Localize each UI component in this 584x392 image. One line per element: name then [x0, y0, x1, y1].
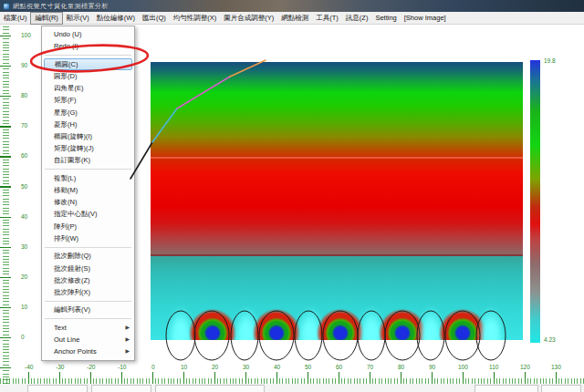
menu-item-rectangle-rotated[interactable]: 矩形(旋轉)(J): [42, 142, 134, 154]
menu-item-edit-list[interactable]: 編輯列表(V): [42, 304, 134, 315]
thermal-image-canvas[interactable]: [151, 62, 523, 340]
ruler-label: 10: [181, 364, 187, 371]
menu-item-batch-mirror[interactable]: 批次鏡射(S): [42, 263, 134, 274]
cyan-dot-blob: [417, 306, 444, 340]
horizontal-ruler: [0, 372, 584, 384]
menubar-item-file[interactable]: 檔案(U): [0, 13, 30, 24]
submenu-arrow-icon: ▶: [125, 346, 130, 357]
rainbow-dot-blob: [189, 309, 236, 340]
menubar-item-info[interactable]: 訊息(Z): [342, 13, 372, 24]
menu-item-label: Text: [54, 324, 67, 332]
ruler-label: 90: [429, 364, 435, 371]
menu-item-circle[interactable]: 圓形(D): [42, 70, 134, 82]
menu-item-ellipse[interactable]: 橢圓(C): [44, 58, 132, 70]
menu-item-label: Anchor Points: [54, 347, 97, 356]
rainbow-dot-blob: [317, 309, 364, 340]
cyan-dot-blob: [167, 306, 194, 340]
menu-item-custom-shape[interactable]: 自訂圖形(K): [42, 154, 134, 166]
colorbar-max-label: 19.8: [544, 57, 556, 65]
ruler-label: 130: [551, 364, 561, 371]
ruler-label: 10: [21, 304, 27, 311]
title-bar: 網點視覺尺寸質化量測標置分析: [0, 0, 584, 12]
ruler-label: 110: [489, 364, 498, 371]
status-cell: [541, 385, 581, 392]
ruler-label: -30: [56, 364, 64, 371]
menu-separator: [45, 318, 131, 319]
status-cell: [155, 385, 265, 392]
status-cell: [91, 385, 151, 392]
menu-item-redo[interactable]: Redo (I): [42, 40, 134, 52]
status-cell: [27, 385, 88, 392]
app-icon: [3, 3, 10, 10]
menubar-item-edit[interactable]: 編輯(R): [30, 12, 62, 25]
cyan-dot-blob: [297, 306, 324, 340]
menubar-item-export[interactable]: 匯出(Q): [139, 13, 170, 24]
menu-item-four-corner-star[interactable]: 四角星(E): [42, 82, 134, 94]
menu-item-move[interactable]: 移動(M): [42, 184, 134, 196]
menu-item-arrange[interactable]: 排列(W): [42, 232, 134, 244]
ruler-label: 80: [21, 92, 27, 99]
menu-item-batch-modify[interactable]: 批次修改(Z): [42, 274, 134, 286]
cyan-dot-blob: [477, 306, 505, 340]
rainbow-dot-blob: [439, 309, 486, 340]
edit-dropdown-menu: Undo (U) Redo (I) 橢圓(C) 圓形(D) 四角星(E) 矩形(…: [41, 26, 135, 361]
menu-separator: [45, 247, 131, 248]
color-scale-bar: [530, 60, 540, 343]
ruler-label: 40: [274, 364, 280, 371]
menu-item-anchor-points[interactable]: Anchor Points▶: [42, 346, 134, 357]
menu-item-star[interactable]: 星形(G): [42, 107, 134, 119]
menubar-item-dot-inspection[interactable]: 網點檢測: [277, 13, 312, 24]
menu-item-batch-array[interactable]: 批次陣列(X): [42, 286, 134, 298]
menu-item-text[interactable]: Text▶: [42, 322, 134, 334]
ruler-label: 60: [336, 364, 342, 371]
cyan-dot-blob: [358, 306, 385, 340]
menu-item-label: Out Line: [54, 335, 79, 344]
ruler-label: 80: [398, 364, 404, 371]
menu-separator: [45, 55, 131, 56]
menu-separator: [45, 301, 131, 302]
menubar-item-tools[interactable]: 工具(T): [312, 13, 342, 24]
ruler-label: 100: [21, 32, 31, 39]
cyan-dot-blob: [233, 306, 260, 340]
submenu-arrow-icon: ▶: [125, 322, 130, 334]
ruler-label: 0: [21, 334, 25, 341]
ruler-label: 120: [520, 364, 530, 371]
menu-item-array[interactable]: 陣列(P): [42, 221, 134, 232]
ruler-label: 50: [21, 183, 27, 191]
ruler-label: 20: [21, 273, 27, 281]
menu-item-outline[interactable]: Out Line▶: [42, 334, 134, 346]
ruler-label: 30: [21, 243, 27, 251]
ruler-label: 0: [151, 364, 155, 371]
menu-separator: [45, 169, 131, 170]
menu-item-rectangle[interactable]: 矩形(F): [42, 94, 134, 106]
menu-bar: 檔案(U) 編輯(R) 顯示(V) 點位編修(W) 匯出(Q) 均勻性調整(X)…: [0, 12, 584, 25]
colorbar-min-label: 4.23: [544, 336, 556, 344]
menu-item-diamond[interactable]: 菱形(H): [42, 119, 134, 130]
ruler-label: 70: [367, 364, 373, 371]
ruler-label: -10: [118, 364, 126, 371]
menubar-item-setting[interactable]: Setting: [371, 13, 400, 23]
menubar-item-show-image[interactable]: [Show Image]: [401, 13, 450, 23]
status-bar: [0, 384, 584, 392]
menubar-item-point-edit[interactable]: 點位編修(W): [93, 13, 139, 24]
menu-item-ellipse-rotated[interactable]: 橢圓(旋轉)(I): [42, 130, 134, 142]
ruler-label: -40: [25, 364, 33, 371]
ruler-label: 30: [243, 364, 249, 371]
menu-item-modify[interactable]: 修改(N): [42, 196, 134, 208]
menu-item-set-center-point[interactable]: 指定中心點(V): [42, 208, 134, 220]
submenu-arrow-icon: ▶: [125, 334, 130, 346]
ruler-label: 90: [21, 62, 27, 69]
ruler-label: 40: [21, 213, 27, 221]
rainbow-dot-blob: [379, 309, 426, 340]
rainbow-dot-blob: [253, 309, 300, 340]
menu-item-undo[interactable]: Undo (U): [42, 28, 134, 40]
menubar-item-uniformity-adjust[interactable]: 均勻性調整(X): [170, 13, 221, 24]
ruler-label: 100: [458, 364, 468, 371]
ruler-label: 60: [21, 152, 27, 160]
menubar-item-image-compose-adjust[interactable]: 圖片合成調整(Y): [220, 13, 277, 24]
menu-item-batch-delete[interactable]: 批次刪除(Q): [42, 250, 134, 262]
menu-item-copy[interactable]: 複製(L): [42, 172, 134, 184]
ruler-label: 50: [305, 364, 311, 371]
menubar-item-view[interactable]: 顯示(V): [63, 13, 93, 24]
status-cell: [474, 385, 538, 392]
